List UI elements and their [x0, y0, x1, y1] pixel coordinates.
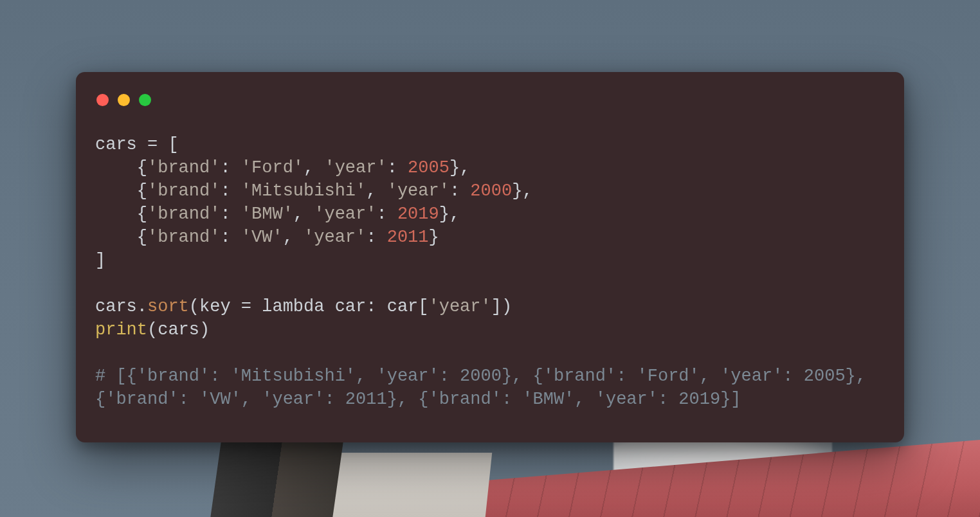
decorative-building-white	[318, 453, 493, 517]
code-window: cars = [ {'brand': 'Ford', 'year': 2005}…	[76, 72, 904, 442]
code-token-brace: },	[439, 204, 460, 224]
code-token-punct: ,	[366, 181, 386, 201]
code-token-brace: {	[137, 228, 147, 247]
code-token-string: 'Mitsubishi'	[241, 181, 366, 201]
desktop-background: cars = [ {'brand': 'Ford', 'year': 2005}…	[0, 0, 980, 517]
code-token-string: 'year'	[387, 181, 449, 201]
code-indent	[95, 228, 137, 247]
code-token-number: 2011	[387, 228, 429, 247]
code-token-string: 'brand'	[147, 158, 220, 177]
code-token-comment: # [{'brand': 'Mitsubishi', 'year': 2000}…	[95, 367, 876, 409]
window-controls	[96, 94, 885, 106]
code-token-string: 'VW'	[241, 228, 283, 247]
code-token-number: 2019	[397, 204, 439, 224]
code-token-punct: :	[449, 181, 470, 201]
code-block: cars = [ {'brand': 'Ford', 'year': 2005}…	[95, 133, 885, 411]
code-token-string: 'year'	[304, 228, 366, 247]
code-token-punct: ,	[304, 158, 324, 177]
code-token-punct: (cars)	[147, 320, 210, 340]
code-token-keyword: lambda	[262, 297, 324, 316]
close-icon[interactable]	[96, 94, 109, 106]
code-token-number: 2000	[470, 181, 512, 201]
code-token-string: 'brand'	[147, 228, 220, 247]
code-token-default: car: car[	[324, 297, 428, 316]
code-token-brace: {	[137, 181, 147, 201]
code-token-punct: :	[387, 158, 408, 177]
code-token-brace: }	[429, 228, 439, 247]
code-token-brace: },	[449, 158, 470, 177]
minimize-icon[interactable]	[118, 94, 130, 106]
decorative-building-red	[463, 440, 980, 517]
code-token-punct: :	[366, 228, 386, 247]
code-token-string: 'Ford'	[241, 158, 304, 177]
code-token-string: 'year'	[429, 297, 491, 316]
code-token-punct: :	[376, 204, 397, 224]
code-token-string: 'year'	[314, 204, 376, 224]
code-token-punct: ,	[293, 204, 314, 224]
code-token-punct: = [	[137, 135, 179, 154]
code-token-punct: ])	[491, 297, 512, 316]
code-token-brace: {	[137, 158, 147, 177]
code-token-brace: },	[512, 181, 532, 201]
code-token-method: sort	[147, 297, 189, 316]
code-token-builtin: print	[95, 320, 147, 340]
code-token-variable: cars	[95, 135, 137, 154]
code-token-string: 'BMW'	[241, 204, 293, 224]
code-indent	[95, 181, 137, 201]
zoom-icon[interactable]	[139, 94, 151, 106]
code-token-string: 'brand'	[147, 181, 220, 201]
code-token-punct: ]	[95, 251, 105, 270]
code-token-punct: (key =	[189, 297, 262, 316]
code-token-number: 2005	[408, 158, 449, 177]
code-token-object: cars.	[95, 297, 147, 316]
code-indent	[95, 158, 137, 177]
code-token-brace: {	[137, 204, 147, 224]
code-token-punct: :	[220, 228, 240, 247]
code-token-punct: :	[220, 181, 240, 201]
code-token-string: 'year'	[324, 158, 386, 177]
code-token-punct: ,	[283, 228, 304, 247]
code-token-punct: :	[220, 158, 240, 177]
code-indent	[95, 204, 137, 224]
code-token-string: 'brand'	[147, 204, 220, 224]
code-token-punct: :	[220, 204, 240, 224]
